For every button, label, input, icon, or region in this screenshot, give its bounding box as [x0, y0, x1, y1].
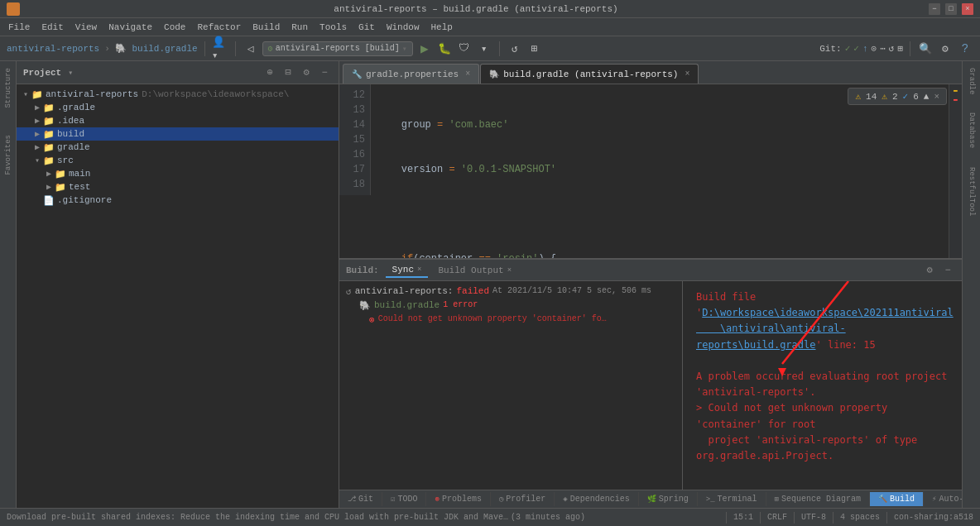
tab-build-output-label: Build Output: [438, 265, 503, 275]
status-git-branch[interactable]: con-sharing:a518: [894, 513, 973, 522]
build-item-error[interactable]: ⊗ Could not get unknown property 'contai…: [343, 313, 679, 327]
todo-icon: ☑: [391, 495, 395, 504]
status-notification[interactable]: Download pre-built shared indexes: Reduc…: [7, 513, 585, 522]
menu-help[interactable]: Help: [426, 21, 458, 34]
notif-expand[interactable]: ▲: [924, 92, 930, 102]
minimize-button[interactable]: −: [929, 3, 940, 15]
menu-view[interactable]: View: [70, 21, 102, 34]
tree-label-gradle: gradle: [57, 142, 90, 152]
settings2-button[interactable]: ⊞: [526, 41, 543, 57]
git-status: Git: ✓ ✓ ↑ ⊙ ⋯ ↺ ⊞: [819, 43, 903, 54]
back-button[interactable]: ◁: [243, 41, 259, 57]
menu-navigate[interactable]: Navigate: [103, 21, 157, 34]
project-panel-add[interactable]: ⊕: [262, 65, 277, 80]
menu-file[interactable]: File: [3, 21, 35, 34]
tree-item-src[interactable]: ▾ 📁 src: [17, 154, 339, 167]
build-out-line1: Build file 'D:\workspace\ideaworkspace\2…: [696, 289, 949, 353]
close-button[interactable]: ×: [962, 3, 973, 15]
bbar-tab-todo[interactable]: ☑ TODO: [382, 492, 426, 506]
status-line-col[interactable]: 15:1: [733, 513, 753, 522]
menu-window[interactable]: Window: [382, 21, 425, 34]
bbar-tab-build[interactable]: 🔨 Build: [870, 492, 924, 506]
menu-tools[interactable]: Tools: [315, 21, 352, 34]
maximize-button[interactable]: □: [945, 3, 957, 15]
tab-icon-gradle-props: 🔧: [352, 69, 362, 79]
git-history-icon[interactable]: ⊙: [872, 43, 877, 54]
menu-run[interactable]: Run: [286, 21, 313, 34]
search-everywhere-button[interactable]: 🔍: [917, 41, 934, 57]
run-button[interactable]: ▶: [416, 41, 433, 57]
status-sep-4: [833, 512, 833, 524]
menu-edit[interactable]: Edit: [36, 21, 68, 34]
project-panel-settings[interactable]: ⚙: [299, 65, 314, 80]
tab-close-build-gradle[interactable]: ×: [685, 69, 689, 79]
project-panel-header: Project ▾ ⊕ ⊟ ⚙ −: [17, 61, 339, 84]
editor-content[interactable]: ⚠ 14 ⚠ 2 ✓ 6 ▲ × 12 13 14 15 16 17 18: [339, 84, 962, 258]
tab-sync-close[interactable]: ×: [417, 265, 421, 274]
bbar-tab-dependencies[interactable]: ◈ Dependencies: [555, 492, 638, 506]
tree-item-test[interactable]: ▶ 📁 test: [17, 180, 339, 194]
status-sep-5: [886, 512, 887, 524]
tab-sync[interactable]: Sync ×: [386, 263, 429, 278]
line-num-18: 18: [339, 177, 370, 192]
sidebar-database[interactable]: Database: [966, 109, 978, 151]
menu-git[interactable]: Git: [353, 21, 380, 34]
git-extra-icon[interactable]: ⊞: [897, 43, 903, 54]
tab-close-gradle-props[interactable]: ×: [465, 69, 470, 79]
sidebar-gradle[interactable]: Gradle: [966, 65, 978, 98]
build-out-line5: > Could not get unknown property 'contai…: [696, 400, 949, 432]
status-charset[interactable]: UTF-8: [801, 513, 826, 522]
sidebar-item-structure[interactable]: Structure: [2, 65, 14, 112]
coverage-button[interactable]: 🛡: [456, 41, 473, 57]
bbar-tab-autobuild[interactable]: ⚡ Auto-build: [924, 492, 962, 506]
tree-item-gradle[interactable]: ▶ 📁 gradle: [17, 141, 339, 154]
bbar-tab-profiler[interactable]: ◷ Profiler: [491, 492, 555, 506]
debug-button[interactable]: 🐛: [436, 41, 453, 57]
bbar-tab-problems[interactable]: ⊗ Problems: [426, 492, 490, 506]
bottom-close-btn[interactable]: −: [940, 263, 955, 278]
git-more-icon[interactable]: ⋯: [880, 43, 886, 54]
breadcrumb-project[interactable]: antiviral-reports: [7, 44, 99, 54]
bbar-tab-git[interactable]: ⎇ Git: [339, 492, 382, 506]
tree-item-gitignore[interactable]: ▶ 📄 .gitignore: [17, 194, 339, 207]
bbar-tab-spring[interactable]: 🌿 Spring: [639, 492, 698, 506]
build-item-file[interactable]: 🐘 build.gradle 1 error: [343, 299, 679, 313]
menu-build[interactable]: Build: [247, 21, 285, 34]
project-panel-close[interactable]: −: [317, 65, 332, 80]
tree-item-main[interactable]: ▶ 📁 main: [17, 167, 339, 180]
sidebar-item-favorites[interactable]: Favorites: [2, 132, 14, 179]
settings-button[interactable]: ⚙: [937, 41, 954, 57]
git-push-icon[interactable]: ↑: [862, 44, 868, 54]
notif-close-btn[interactable]: ×: [934, 92, 939, 102]
build-item-root[interactable]: ↺ antiviral-reports: failed At 2021/11/5…: [343, 285, 679, 299]
menu-refactor[interactable]: Refactor: [192, 21, 246, 34]
status-crlf[interactable]: CRLF: [767, 513, 787, 522]
breadcrumb-file[interactable]: 🐘 build.gradle: [115, 43, 198, 54]
sidebar-restful[interactable]: RestfulTool: [966, 164, 978, 219]
tree-item-build[interactable]: ▶ 📁 build: [17, 127, 339, 141]
more-run-button[interactable]: ▾: [476, 41, 492, 57]
bottom-settings-btn[interactable]: ⚙: [922, 263, 937, 278]
code-area[interactable]: group = 'com.baec' version = '0.0.1-SNAP…: [371, 84, 777, 258]
tab-build-gradle[interactable]: 🐘 build.gradle (antiviral-reports) ×: [480, 64, 699, 84]
help-icon-button[interactable]: ?: [957, 41, 973, 57]
git-revert-icon[interactable]: ↺: [889, 43, 895, 54]
undo-button[interactable]: ↺: [507, 41, 523, 57]
profile-button[interactable]: 👤▾: [212, 41, 228, 57]
status-notification-time: (3 minutes ago): [511, 513, 585, 522]
tab-build-output[interactable]: Build Output ×: [431, 264, 518, 277]
build-out-line2: [696, 353, 949, 369]
project-panel-collapse[interactable]: ⊟: [281, 65, 295, 80]
tree-item-gradle-hidden[interactable]: ▶ 📁 .gradle: [17, 101, 339, 114]
bbar-tab-sequence[interactable]: ⊞ Sequence Diagram: [766, 492, 870, 506]
run-config-selector[interactable]: ⚙ antiviral-reports [build] ▾: [262, 41, 413, 56]
project-panel-dropdown[interactable]: ▾: [68, 68, 73, 78]
tab-build-output-close[interactable]: ×: [507, 266, 512, 275]
line-num-15: 15: [339, 132, 370, 147]
bbar-tab-terminal[interactable]: >_ Terminal: [698, 492, 766, 506]
status-indent[interactable]: 4 spaces: [840, 513, 880, 522]
tab-gradle-properties[interactable]: 🔧 gradle.properties ×: [343, 64, 479, 84]
tree-item-idea[interactable]: ▶ 📁 .idea: [17, 114, 339, 127]
tree-item-root[interactable]: ▾ 📁 antiviral-reports D:\workspace\ideaw…: [17, 88, 339, 101]
menu-code[interactable]: Code: [159, 21, 190, 34]
